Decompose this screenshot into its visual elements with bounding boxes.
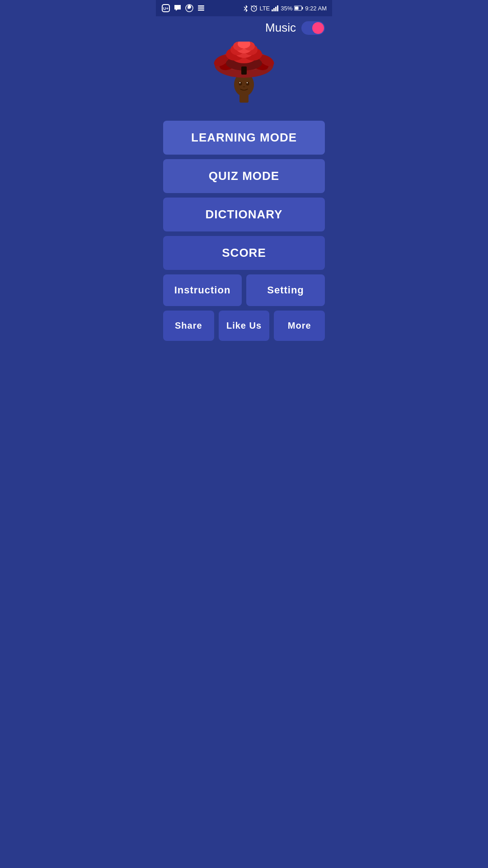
score-button[interactable]: SCORE	[163, 236, 325, 270]
app-header: Music	[156, 16, 332, 39]
instruction-button[interactable]: Instruction	[163, 274, 242, 306]
character-illustration	[156, 39, 332, 121]
dictionary-button[interactable]: DICTIONARY	[163, 198, 325, 231]
share-button[interactable]: Share	[163, 311, 214, 341]
svg-point-39	[239, 82, 240, 83]
svg-rect-11	[275, 7, 277, 11]
svg-line-7	[244, 9, 246, 10]
svg-point-40	[247, 82, 248, 83]
whatsapp-icon	[185, 4, 194, 13]
lte-label: LTE	[259, 5, 270, 12]
svg-rect-10	[273, 8, 275, 11]
like-us-button[interactable]: Like Us	[219, 311, 270, 341]
music-toggle[interactable]	[301, 21, 325, 35]
share-like-more-row: Share Like Us More	[163, 311, 325, 341]
svg-rect-5	[198, 9, 204, 11]
alarm-icon	[250, 5, 258, 12]
main-menu: LEARNING MODE QUIZ MODE DICTIONARY SCORE…	[156, 121, 332, 341]
setting-button[interactable]: Setting	[246, 274, 325, 306]
time-display: 9:22 AM	[305, 5, 327, 12]
signal-icon	[272, 5, 279, 11]
svg-line-6	[244, 7, 246, 9]
more-button[interactable]: More	[274, 311, 325, 341]
svg-rect-38	[241, 66, 247, 75]
chat-icon	[173, 4, 182, 13]
svg-point-18	[239, 82, 242, 85]
svg-rect-3	[198, 5, 204, 7]
bluetooth-icon	[243, 4, 249, 12]
svg-rect-15	[295, 7, 299, 10]
instruction-setting-row: Instruction Setting	[163, 274, 325, 306]
quiz-mode-button[interactable]: QUIZ MODE	[163, 159, 325, 193]
character-svg	[208, 42, 280, 114]
svg-rect-4	[198, 8, 204, 9]
svg-rect-9	[272, 9, 273, 11]
status-right-info: LTE 35% 9:22 AM	[243, 4, 327, 12]
svg-rect-14	[302, 7, 303, 9]
status-bar: U+	[156, 0, 332, 16]
svg-rect-12	[277, 5, 278, 11]
battery-icon	[294, 5, 303, 11]
svg-text:U+: U+	[163, 6, 169, 11]
toggle-knob	[312, 22, 324, 34]
music-label: Music	[265, 21, 296, 35]
svg-point-19	[246, 82, 249, 85]
uplus-icon: U+	[161, 4, 170, 13]
stack-icon	[197, 4, 206, 13]
status-left-icons: U+	[161, 4, 206, 13]
battery-percent: 35%	[281, 5, 292, 12]
learning-mode-button[interactable]: LEARNING MODE	[163, 121, 325, 155]
